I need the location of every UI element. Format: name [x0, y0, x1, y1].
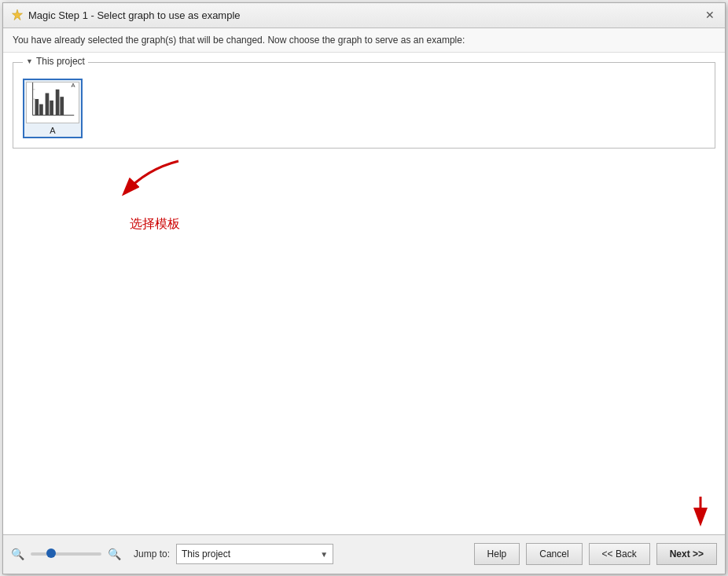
jump-to-label: Jump to:: [134, 548, 170, 559]
content-area: ▼ This project: [3, 53, 725, 534]
svg-marker-0: [13, 9, 23, 20]
svg-rect-4: [39, 104, 43, 115]
svg-text:A: A: [71, 82, 75, 89]
zoom-slider[interactable]: [31, 552, 101, 556]
dropdown-arrow-icon: ▼: [320, 550, 328, 559]
back-button[interactable]: << Back: [589, 543, 650, 565]
section-legend: ▼ This project: [23, 56, 88, 67]
bottom-bar: 🔍 🔍 Jump to: This project ▼ Help Cancel …: [3, 534, 725, 574]
title-bar: Magic Step 1 - Select graph to use as ex…: [3, 3, 725, 28]
svg-rect-6: [50, 100, 53, 115]
subtitle-bar: You have already selected the graph(s) t…: [3, 28, 725, 53]
help-button[interactable]: Help: [474, 543, 520, 565]
svg-rect-8: [60, 97, 64, 115]
zoom-thumb: [46, 548, 56, 558]
section-content: A A: [13, 63, 715, 148]
zoom-out-icon[interactable]: 🔍: [11, 548, 24, 560]
this-project-section: ▼ This project: [13, 62, 715, 149]
title-bar-left: Magic Step 1 - Select graph to use as ex…: [11, 9, 241, 21]
svg-rect-7: [56, 89, 60, 115]
subtitle-text: You have already selected the graph(s) t…: [13, 35, 465, 46]
collapse-triangle-icon[interactable]: ▼: [26, 57, 33, 65]
svg-rect-3: [35, 99, 39, 116]
next-button[interactable]: Next >>: [656, 543, 717, 565]
graph-label: A: [50, 126, 55, 135]
graph-preview-image: A: [26, 82, 79, 123]
svg-rect-5: [46, 93, 50, 115]
dialog: Magic Step 1 - Select graph to use as ex…: [2, 2, 726, 574]
magic-wand-icon: [11, 9, 24, 21]
section-title: This project: [36, 56, 85, 67]
annotation-text: 选择模板: [130, 216, 180, 233]
close-button[interactable]: ✕: [703, 8, 717, 22]
cancel-button[interactable]: Cancel: [526, 543, 582, 565]
graph-thumbnail-a[interactable]: A A: [23, 79, 83, 138]
arrow-annotation: [116, 153, 186, 218]
jump-to-value: This project: [182, 548, 230, 559]
dialog-title: Magic Step 1 - Select graph to use as ex…: [28, 9, 241, 21]
jump-to-dropdown[interactable]: This project ▼: [176, 544, 333, 564]
zoom-in-icon[interactable]: 🔍: [108, 548, 121, 560]
